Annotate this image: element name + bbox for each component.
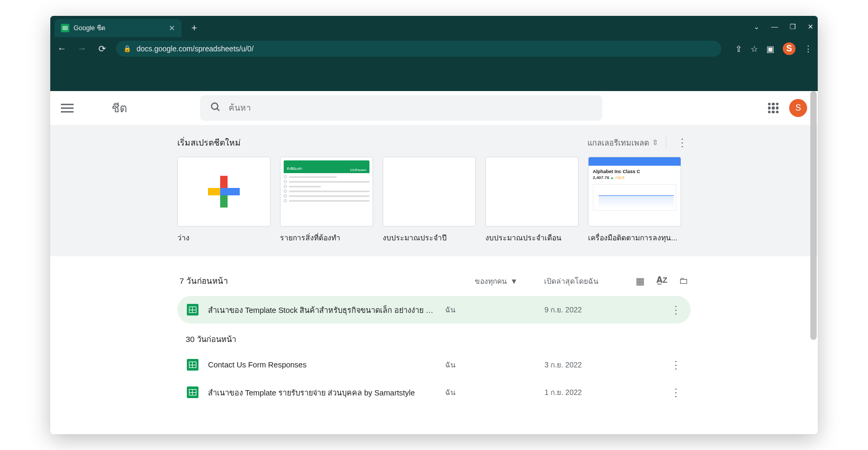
document-date: 1 ก.ย. 2022	[518, 386, 608, 398]
back-icon[interactable]: ←	[56, 43, 68, 54]
scrollbar[interactable]	[810, 91, 817, 433]
section-label: 7 วันก่อนหน้า	[179, 274, 228, 287]
template-label: ว่าง	[177, 232, 270, 244]
search-icon	[210, 101, 221, 115]
app-title: ชีต	[112, 99, 127, 118]
document-title: สำเนาของ Template Stock สินค้าสำหรับธุรก…	[208, 304, 436, 316]
document-title: Contact Us Form Responses	[208, 361, 436, 369]
profile-chip[interactable]: S	[783, 42, 795, 55]
extensions-icon[interactable]: ▣	[766, 44, 774, 54]
close-window-icon[interactable]: ✕	[808, 23, 813, 31]
template-blank-thumb[interactable]	[177, 157, 270, 227]
svg-point-7	[212, 103, 218, 110]
sort-icon[interactable]: A̲Z	[656, 275, 667, 287]
document-row[interactable]: Contact Us Form Responses ฉัน 3 ก.ย. 202…	[177, 351, 691, 379]
owner-filter[interactable]: ของทุกคน ▼	[475, 275, 518, 287]
minimize-icon[interactable]: —	[771, 23, 778, 31]
brand-stripe	[50, 60, 818, 91]
sheets-favicon	[61, 24, 69, 32]
share-icon[interactable]: ⇪	[735, 44, 742, 54]
template-label: งบประมาณประจำเดือน	[485, 232, 578, 244]
template-label: งบประมาณประจำปี	[383, 232, 476, 244]
template-investment-tracker-thumb[interactable]: Alphabet Inc Class C 2,407.76 ▲ +16.9	[588, 157, 681, 227]
browser-window: Google ชีต ✕ + ⌄ — ❐ ✕ ← → ⟳ 🔒 docs.goog…	[50, 16, 818, 434]
document-row[interactable]: สำเนาของ Template รายรับรายจ่าย ส่วนบุคค…	[177, 379, 691, 406]
chevron-down-icon: ▼	[510, 277, 518, 285]
template-todo-thumb[interactable]: สิ่งที่ต้องทำ1/1/Present	[280, 157, 373, 227]
document-date: 3 ก.ย. 2022	[518, 359, 608, 371]
preview-stock-title: Alphabet Inc Class C	[593, 169, 676, 174]
document-row[interactable]: สำเนาของ Template Stock สินค้าสำหรับธุรก…	[177, 296, 691, 323]
close-tab-icon[interactable]: ✕	[169, 24, 175, 32]
template-monthly-budget[interactable]: งบประมาณประจำเดือน	[485, 157, 578, 244]
window-controls: ⌄ — ❐ ✕	[754, 16, 813, 37]
browser-tab[interactable]: Google ชีต ✕	[55, 19, 182, 37]
unfold-icon: ⇳	[652, 138, 658, 147]
document-more-icon[interactable]: ⋮	[671, 303, 681, 316]
sheets-logo[interactable]	[83, 96, 102, 120]
app-header: ชีต S	[50, 91, 818, 125]
google-apps-icon[interactable]	[768, 103, 779, 113]
template-investment-tracker[interactable]: Alphabet Inc Class C 2,407.76 ▲ +16.9 เค…	[588, 157, 681, 244]
document-owner: ฉัน	[445, 304, 509, 316]
svg-line-8	[217, 109, 219, 111]
svg-rect-4	[61, 104, 74, 105]
url-text: docs.google.com/spreadsheets/u/0/	[137, 44, 254, 53]
address-bar: ← → ⟳ 🔒 docs.google.com/spreadsheets/u/0…	[50, 37, 818, 60]
template-gallery-link[interactable]: แกลเลอรีเทมเพลต ⇳	[587, 137, 658, 149]
document-owner: ฉัน	[445, 386, 509, 398]
template-gallery-link-label: แกลเลอรีเทมเพลต	[587, 137, 649, 149]
browser-action-icons: ⇪ ☆ ▣ S ⋮	[735, 42, 812, 55]
section-label: 30 วันก่อนหน้า	[177, 323, 691, 351]
search-box[interactable]	[200, 95, 602, 121]
template-annual-budget-thumb[interactable]	[383, 157, 476, 227]
template-annual-budget[interactable]: งบประมาณประจำปี	[383, 157, 476, 244]
svg-rect-5	[61, 107, 74, 109]
browser-menu-icon[interactable]: ⋮	[804, 44, 812, 54]
account-avatar[interactable]: S	[789, 99, 807, 117]
template-label: รายการสิ่งที่ต้องทำ	[280, 232, 373, 244]
sheets-file-icon	[187, 304, 198, 316]
tab-search-icon[interactable]: ⌄	[754, 23, 760, 31]
document-owner: ฉัน	[445, 359, 509, 371]
main-menu-icon[interactable]	[61, 102, 74, 114]
document-more-icon[interactable]: ⋮	[671, 358, 681, 371]
document-date: 9 ก.ย. 2022	[518, 304, 608, 316]
folder-picker-icon[interactable]: 🗀	[679, 275, 689, 287]
omnibox[interactable]: 🔒 docs.google.com/spreadsheets/u/0/	[116, 41, 721, 57]
template-monthly-budget-thumb[interactable]	[485, 157, 578, 227]
template-gallery: เริ่มสเปรดชีตใหม่ แกลเลอรีเทมเพลต ⇳ ⋮	[50, 125, 818, 256]
document-title: สำเนาของ Template รายรับรายจ่าย ส่วนบุคค…	[208, 386, 436, 399]
lock-icon: 🔒	[123, 45, 131, 52]
bookmark-icon[interactable]: ☆	[751, 44, 758, 54]
svg-rect-6	[61, 111, 74, 113]
reload-icon[interactable]: ⟳	[96, 43, 108, 55]
owner-filter-label: ของทุกคน	[475, 275, 507, 287]
tab-title: Google ชีต	[74, 23, 165, 33]
search-input[interactable]	[229, 103, 593, 113]
opened-by-label: เปิดล่าสุดโดยฉัน	[544, 275, 599, 287]
grid-view-icon[interactable]: ▦	[636, 275, 645, 287]
template-todo[interactable]: สิ่งที่ต้องทำ1/1/Present รายการสิ่งที่ต้…	[280, 157, 373, 244]
plus-icon	[208, 176, 240, 208]
document-list: 7 วันก่อนหน้า ของทุกคน ▼ เปิดล่าสุดโดยฉั…	[50, 256, 818, 406]
sheets-file-icon	[187, 359, 198, 371]
gallery-heading: เริ่มสเปรดชีตใหม่	[177, 136, 241, 149]
browser-titlebar: Google ชีต ✕ + ⌄ — ❐ ✕	[50, 16, 818, 37]
forward-icon[interactable]: →	[76, 43, 88, 54]
maximize-icon[interactable]: ❐	[790, 23, 796, 31]
template-label: เครื่องมือติดตามการลงทุน...	[588, 232, 681, 244]
list-controls-row: 7 วันก่อนหน้า ของทุกคน ▼ เปิดล่าสุดโดยฉั…	[177, 269, 691, 296]
gallery-more-icon[interactable]: ⋮	[674, 136, 691, 149]
scrollbar-thumb[interactable]	[810, 91, 817, 340]
preview-stock-price: 2,407.76	[593, 175, 609, 180]
new-tab-button[interactable]: +	[187, 21, 202, 35]
divider	[666, 136, 666, 149]
template-blank[interactable]: ว่าง	[177, 157, 270, 244]
sheets-file-icon	[187, 386, 198, 398]
document-more-icon[interactable]: ⋮	[671, 386, 681, 399]
